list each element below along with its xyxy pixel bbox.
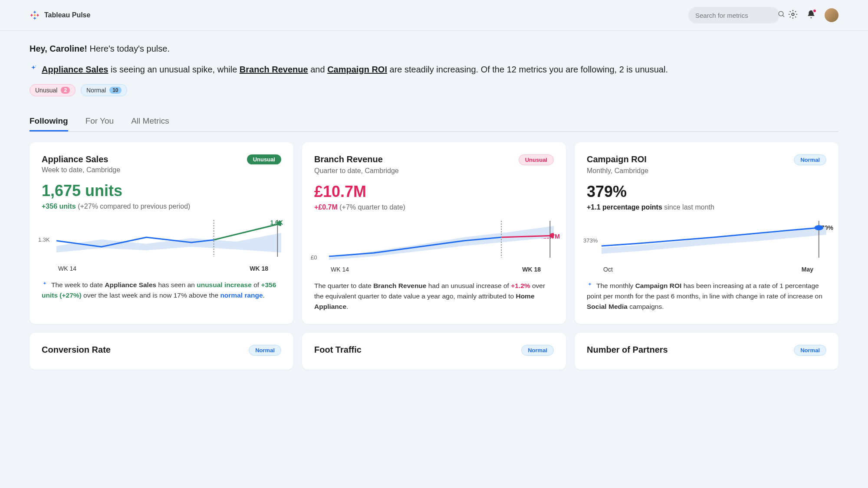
cards-grid: Appliance Sales Unusual Week to date, Ca… <box>30 142 838 370</box>
tab-for-you[interactable]: For You <box>85 112 114 131</box>
metric-card-campaign-roi[interactable]: Campaign ROI Normal Monthly, Cambridge 3… <box>575 142 838 324</box>
filter-chips: Unusual 2 Normal 10 <box>30 84 838 96</box>
avatar[interactable] <box>825 8 838 22</box>
svg-point-13 <box>35 66 36 66</box>
summary-metric-3[interactable]: Campaign ROI <box>327 65 387 74</box>
chip-count: 2 <box>61 87 70 94</box>
chip-count: 10 <box>109 87 121 94</box>
card-title: Number of Partners <box>587 345 668 355</box>
tab-all-metrics[interactable]: All Metrics <box>131 112 169 131</box>
x-axis: WK 14 WK 18 <box>42 265 281 272</box>
card-insight: The monthly Campaign ROI has been increa… <box>587 281 826 312</box>
metric-card-foot-traffic[interactable]: Foot Traffic Normal <box>302 333 566 370</box>
status-badge: Normal <box>794 345 826 356</box>
card-value: £10.7M <box>314 183 554 201</box>
card-title: Foot Traffic <box>314 345 362 355</box>
search-icon <box>778 10 786 20</box>
status-badge: Normal <box>794 154 826 165</box>
sparkle-icon <box>42 281 48 287</box>
card-title: Campaign ROI <box>587 154 647 164</box>
card-insight: The quarter to date Branch Revenue had a… <box>314 281 554 312</box>
brand-name: Tableau Pulse <box>44 11 90 19</box>
svg-point-10 <box>779 11 783 16</box>
card-title: Conversion Rate <box>42 345 111 355</box>
card-subtitle: Quarter to date, Cambridge <box>314 167 554 175</box>
sparkle-icon <box>30 65 37 72</box>
chart: 1.3K 1.6K <box>42 216 281 263</box>
app-header: Tableau Pulse <box>0 0 868 31</box>
chip-label: Unusual <box>35 87 57 94</box>
chart: 373% 379% <box>587 216 826 264</box>
card-delta: +356 units (+27% compared to previous pe… <box>42 203 281 210</box>
metric-card-conversion-rate[interactable]: Conversion Rate Normal <box>30 333 293 370</box>
card-insight: The week to date Appliance Sales has see… <box>42 280 281 301</box>
status-badge: Normal <box>521 345 554 356</box>
tab-following[interactable]: Following <box>30 112 68 131</box>
svg-point-21 <box>814 225 823 230</box>
notification-dot <box>812 9 817 13</box>
card-subtitle: Monthly, Cambridge <box>587 167 826 175</box>
tableau-logo-icon <box>30 10 40 20</box>
greeting-rest: Here's today's pulse. <box>90 44 170 53</box>
greeting-name: Hey, Caroline! <box>30 44 87 53</box>
status-badge: Unusual <box>519 154 554 165</box>
svg-line-11 <box>783 15 784 17</box>
search-field[interactable] <box>695 12 778 19</box>
card-delta: +£0.7M (+7% quarter to date) <box>314 203 554 211</box>
notifications-button[interactable] <box>806 10 816 21</box>
main-content: Hey, Caroline! Here's today's pulse. App… <box>0 31 868 383</box>
summary-metric-1[interactable]: Appliance Sales <box>42 65 108 74</box>
y-axis-label: 373% <box>583 237 598 244</box>
card-value: 1,675 units <box>42 182 281 200</box>
y-axis-label: £0 <box>311 254 317 261</box>
card-title: Appliance Sales <box>42 154 108 164</box>
x-axis: WK 14 WK 18 <box>314 266 554 273</box>
card-delta: +1.1 percentage points since last month <box>587 203 826 211</box>
greeting: Hey, Caroline! Here's today's pulse. <box>30 44 838 54</box>
chip-unusual[interactable]: Unusual 2 <box>30 84 76 96</box>
gear-icon[interactable] <box>788 10 798 21</box>
summary-metric-2[interactable]: Branch Revenue <box>240 65 308 74</box>
status-badge: Normal <box>249 345 281 356</box>
brand-section: Tableau Pulse <box>30 10 90 20</box>
card-value: 379% <box>587 183 826 201</box>
sparkle-icon <box>587 282 593 288</box>
card-subtitle: Week to date, Cambridge <box>42 166 281 174</box>
chip-normal[interactable]: Normal 10 <box>81 84 127 96</box>
chip-label: Normal <box>86 87 106 94</box>
search-input[interactable] <box>688 7 779 23</box>
card-title: Branch Revenue <box>314 154 383 164</box>
status-badge: Unusual <box>247 154 281 164</box>
header-actions <box>688 7 838 23</box>
metric-card-appliance-sales[interactable]: Appliance Sales Unusual Week to date, Ca… <box>30 142 293 324</box>
tabs: Following For You All Metrics <box>30 112 838 132</box>
svg-point-12 <box>792 13 794 16</box>
y-axis-label: 1.3K <box>38 236 50 243</box>
metric-card-branch-revenue[interactable]: Branch Revenue Unusual Quarter to date, … <box>302 142 566 324</box>
chart: £0 £10.7M <box>314 216 554 264</box>
summary-insight: Appliance Sales is seeing an unusual spi… <box>30 62 838 76</box>
metric-card-number-of-partners[interactable]: Number of Partners Normal <box>575 333 838 370</box>
x-axis: Oct May <box>587 266 826 273</box>
